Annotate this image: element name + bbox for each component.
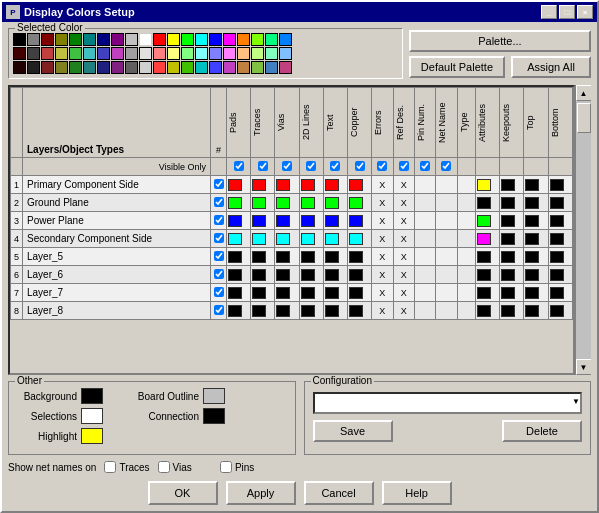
row3-vias-color[interactable] bbox=[275, 212, 299, 230]
color-cell[interactable] bbox=[139, 47, 152, 60]
delete-button[interactable]: Delete bbox=[502, 420, 582, 442]
minimize-button[interactable]: _ bbox=[541, 5, 557, 19]
row6-keepouts-color[interactable] bbox=[500, 266, 524, 284]
color-cell[interactable] bbox=[223, 47, 236, 60]
row4-traces-color[interactable] bbox=[251, 230, 275, 248]
color-cell[interactable] bbox=[181, 33, 194, 46]
vo-vias[interactable] bbox=[275, 158, 299, 176]
row1-keepouts-color[interactable] bbox=[500, 176, 524, 194]
color-cell[interactable] bbox=[83, 33, 96, 46]
row8-bottom-color[interactable] bbox=[548, 302, 572, 320]
color-cell[interactable] bbox=[251, 47, 264, 60]
row1-vias-color[interactable] bbox=[275, 176, 299, 194]
color-cell[interactable] bbox=[125, 47, 138, 60]
color-cell[interactable] bbox=[181, 61, 194, 74]
row8-vias-color[interactable] bbox=[275, 302, 299, 320]
vo-copper[interactable] bbox=[347, 158, 371, 176]
row3-copper-color[interactable] bbox=[347, 212, 371, 230]
row4-attr-color[interactable] bbox=[476, 230, 500, 248]
row6-text-color[interactable] bbox=[323, 266, 347, 284]
color-cell[interactable] bbox=[111, 61, 124, 74]
row2-vias-color[interactable] bbox=[275, 194, 299, 212]
color-cell[interactable] bbox=[195, 33, 208, 46]
color-cell[interactable] bbox=[251, 61, 264, 74]
row1-text-color[interactable] bbox=[323, 176, 347, 194]
background-color-swatch[interactable] bbox=[81, 388, 103, 404]
color-cell[interactable] bbox=[111, 47, 124, 60]
vo-pads[interactable] bbox=[227, 158, 251, 176]
color-cell[interactable] bbox=[167, 33, 180, 46]
row3-2dlines-color[interactable] bbox=[299, 212, 323, 230]
vias-checkbox[interactable] bbox=[158, 461, 170, 473]
row1-top-color[interactable] bbox=[524, 176, 548, 194]
color-cell[interactable] bbox=[83, 47, 96, 60]
row5-bottom-color[interactable] bbox=[548, 248, 572, 266]
row3-keepouts-color[interactable] bbox=[500, 212, 524, 230]
row2-bottom-color[interactable] bbox=[548, 194, 572, 212]
row4-2dlines-color[interactable] bbox=[299, 230, 323, 248]
row2-top-color[interactable] bbox=[524, 194, 548, 212]
row3-pads-color[interactable] bbox=[227, 212, 251, 230]
color-cell[interactable] bbox=[223, 33, 236, 46]
row5-pads-color[interactable] bbox=[227, 248, 251, 266]
color-cell[interactable] bbox=[69, 47, 82, 60]
vo-traces[interactable] bbox=[251, 158, 275, 176]
row2-2dlines-color[interactable] bbox=[299, 194, 323, 212]
color-cell[interactable] bbox=[125, 33, 138, 46]
row4-keepouts-color[interactable] bbox=[500, 230, 524, 248]
color-cell[interactable] bbox=[41, 47, 54, 60]
row1-bottom-color[interactable] bbox=[548, 176, 572, 194]
row7-pads-color[interactable] bbox=[227, 284, 251, 302]
row6-attr-color[interactable] bbox=[476, 266, 500, 284]
color-cell[interactable] bbox=[209, 33, 222, 46]
row2-copper-color[interactable] bbox=[347, 194, 371, 212]
configuration-select[interactable] bbox=[313, 392, 583, 414]
row7-traces-color[interactable] bbox=[251, 284, 275, 302]
color-cell[interactable] bbox=[209, 47, 222, 60]
color-cell[interactable] bbox=[27, 33, 40, 46]
row4-top-color[interactable] bbox=[524, 230, 548, 248]
scroll-up-button[interactable]: ▲ bbox=[576, 85, 592, 101]
color-cell[interactable] bbox=[41, 33, 54, 46]
row7-2dlines-color[interactable] bbox=[299, 284, 323, 302]
row7-keepouts-color[interactable] bbox=[500, 284, 524, 302]
row1-traces-color[interactable] bbox=[251, 176, 275, 194]
row6-top-color[interactable] bbox=[524, 266, 548, 284]
color-cell[interactable] bbox=[209, 61, 222, 74]
color-cell[interactable] bbox=[83, 61, 96, 74]
row3-attr-color[interactable] bbox=[476, 212, 500, 230]
color-cell[interactable] bbox=[167, 61, 180, 74]
row4-copper-color[interactable] bbox=[347, 230, 371, 248]
color-cell[interactable] bbox=[13, 33, 26, 46]
color-cell[interactable] bbox=[97, 47, 110, 60]
row4-vias-color[interactable] bbox=[275, 230, 299, 248]
cancel-button[interactable]: Cancel bbox=[304, 481, 374, 505]
row8-keepouts-color[interactable] bbox=[500, 302, 524, 320]
row7-attr-color[interactable] bbox=[476, 284, 500, 302]
palette-button[interactable]: Palette... bbox=[409, 30, 591, 52]
row3-check[interactable] bbox=[211, 212, 227, 230]
row5-top-color[interactable] bbox=[524, 248, 548, 266]
color-cell[interactable] bbox=[41, 61, 54, 74]
row5-2dlines-color[interactable] bbox=[299, 248, 323, 266]
board-outline-color-swatch[interactable] bbox=[203, 388, 225, 404]
row8-pads-color[interactable] bbox=[227, 302, 251, 320]
color-cell[interactable] bbox=[153, 61, 166, 74]
maximize-button[interactable]: □ bbox=[559, 5, 575, 19]
row1-copper-color[interactable] bbox=[347, 176, 371, 194]
row1-attr-color[interactable] bbox=[476, 176, 500, 194]
vo-errors[interactable] bbox=[372, 158, 393, 176]
color-cell[interactable] bbox=[181, 47, 194, 60]
apply-button[interactable]: Apply bbox=[226, 481, 296, 505]
row8-traces-color[interactable] bbox=[251, 302, 275, 320]
color-cell[interactable] bbox=[13, 61, 26, 74]
color-cell[interactable] bbox=[55, 33, 68, 46]
row2-text-color[interactable] bbox=[323, 194, 347, 212]
row7-bottom-color[interactable] bbox=[548, 284, 572, 302]
color-cell[interactable] bbox=[139, 33, 152, 46]
row6-traces-color[interactable] bbox=[251, 266, 275, 284]
row8-attr-color[interactable] bbox=[476, 302, 500, 320]
row5-keepouts-color[interactable] bbox=[500, 248, 524, 266]
row2-attr-color[interactable] bbox=[476, 194, 500, 212]
scroll-track[interactable] bbox=[576, 101, 592, 359]
